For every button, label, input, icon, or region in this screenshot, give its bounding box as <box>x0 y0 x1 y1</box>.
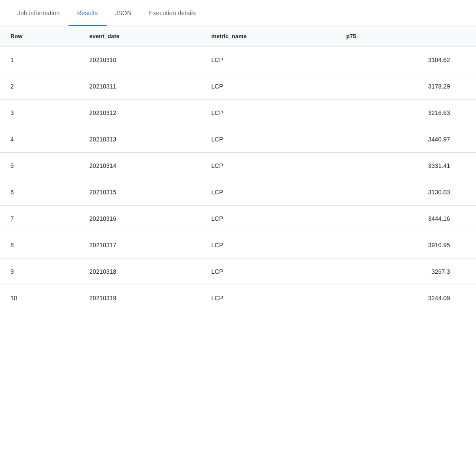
col-header-event-date: event_date <box>79 26 201 47</box>
table-row: 320210312LCP3216.63 <box>0 100 476 126</box>
cell-p75: 3244.09 <box>336 285 476 311</box>
cell-p75: 3216.63 <box>336 100 476 126</box>
table-row: 120210310LCP3104.62 <box>0 47 476 73</box>
cell-metric-name: LCP <box>201 259 336 285</box>
cell-event-date: 20210311 <box>79 73 201 100</box>
tab-results[interactable]: Results <box>68 0 107 26</box>
tabs-container: Job information Results JSON Execution d… <box>0 0 476 26</box>
cell-row-number: 9 <box>0 259 79 285</box>
cell-event-date: 20210312 <box>79 100 201 126</box>
cell-metric-name: LCP <box>201 179 336 206</box>
cell-event-date: 20210318 <box>79 259 201 285</box>
cell-event-date: 20210319 <box>79 285 201 311</box>
cell-row-number: 8 <box>0 232 79 259</box>
table-row: 920210318LCP3267.3 <box>0 259 476 285</box>
cell-event-date: 20210316 <box>79 206 201 232</box>
cell-metric-name: LCP <box>201 206 336 232</box>
cell-row-number: 4 <box>0 126 79 153</box>
cell-row-number: 6 <box>0 179 79 206</box>
cell-row-number: 5 <box>0 153 79 179</box>
col-header-p75: p75 <box>336 26 476 47</box>
cell-metric-name: LCP <box>201 100 336 126</box>
cell-event-date: 20210310 <box>79 47 201 73</box>
cell-p75: 3178.29 <box>336 73 476 100</box>
tab-execution-details[interactable]: Execution details <box>140 0 204 26</box>
cell-p75: 3331.41 <box>336 153 476 179</box>
table-row: 620210315LCP3130.03 <box>0 179 476 206</box>
cell-event-date: 20210315 <box>79 179 201 206</box>
cell-event-date: 20210317 <box>79 232 201 259</box>
cell-p75: 3910.95 <box>336 232 476 259</box>
cell-metric-name: LCP <box>201 153 336 179</box>
cell-row-number: 3 <box>0 100 79 126</box>
col-header-row: Row <box>0 26 79 47</box>
cell-metric-name: LCP <box>201 126 336 153</box>
cell-row-number: 2 <box>0 73 79 100</box>
cell-metric-name: LCP <box>201 73 336 100</box>
cell-event-date: 20210314 <box>79 153 201 179</box>
cell-metric-name: LCP <box>201 285 336 311</box>
cell-p75: 3130.03 <box>336 179 476 206</box>
cell-row-number: 10 <box>0 285 79 311</box>
table-header-row: Row event_date metric_name p75 <box>0 26 476 47</box>
cell-row-number: 1 <box>0 47 79 73</box>
col-header-metric-name: metric_name <box>201 26 336 47</box>
results-table: Row event_date metric_name p75 120210310… <box>0 26 476 311</box>
table-container: Row event_date metric_name p75 120210310… <box>0 26 476 311</box>
cell-p75: 3267.3 <box>336 259 476 285</box>
cell-p75: 3444.16 <box>336 206 476 232</box>
cell-p75: 3104.62 <box>336 47 476 73</box>
table-row: 520210314LCP3331.41 <box>0 153 476 179</box>
table-row: 1020210319LCP3244.09 <box>0 285 476 311</box>
cell-row-number: 7 <box>0 206 79 232</box>
tab-job-information[interactable]: Job information <box>9 0 68 26</box>
cell-event-date: 20210313 <box>79 126 201 153</box>
table-row: 720210316LCP3444.16 <box>0 206 476 232</box>
table-row: 420210313LCP3440.97 <box>0 126 476 153</box>
table-row: 820210317LCP3910.95 <box>0 232 476 259</box>
cell-metric-name: LCP <box>201 232 336 259</box>
tab-json[interactable]: JSON <box>107 0 140 26</box>
table-row: 220210311LCP3178.29 <box>0 73 476 100</box>
cell-p75: 3440.97 <box>336 126 476 153</box>
cell-metric-name: LCP <box>201 47 336 73</box>
